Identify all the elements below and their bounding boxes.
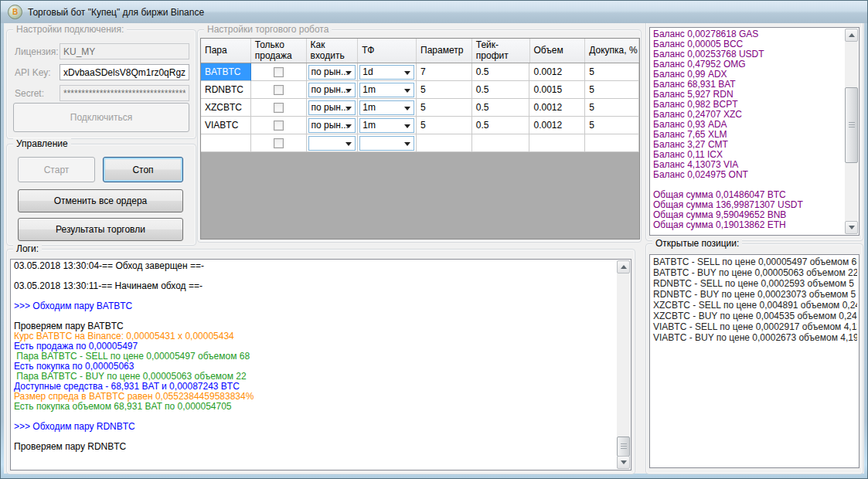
rebuy-cell[interactable]: 5 <box>585 117 639 134</box>
pair-cell[interactable]: VIABTC <box>201 117 251 134</box>
secret-input[interactable] <box>60 85 189 101</box>
scroll-down-button[interactable] <box>845 221 858 234</box>
log-scrollbar[interactable] <box>617 260 630 469</box>
pair-cell[interactable]: XZCBTC <box>201 99 251 117</box>
pair-cell[interactable] <box>201 134 251 152</box>
text-line: >>> Обходим пару BATBTC <box>11 301 617 311</box>
volume-cell[interactable]: 0.0012 <box>529 117 585 134</box>
scroll-down-button[interactable] <box>617 456 630 469</box>
balances-scrollbar[interactable] <box>845 29 858 234</box>
positions-lines: BATBTC - SELL по цене 0,00005497 объемом… <box>650 256 857 467</box>
stop-button[interactable]: Стоп <box>103 157 183 182</box>
column-header[interactable]: Тейк-профит <box>472 39 530 63</box>
sell-only-cell[interactable] <box>251 134 307 152</box>
text-line: RDNBTC - BUY по цене 0,00023073 объемом … <box>650 289 857 300</box>
log-textbox[interactable]: 03.05.2018 13:30:04-== Обход заверщен ==… <box>10 259 631 471</box>
pairs-table: ПараТолько продажаКак входитьТФПараметрТ… <box>200 38 640 240</box>
entry-combo[interactable] <box>308 136 356 151</box>
entry-combo[interactable]: по рын... <box>308 83 356 97</box>
text-line: 03.05.2018 13:30:11-== Начинаем обход ==… <box>11 281 617 291</box>
title-bar[interactable]: B Торговый бот "Купец" для биржи Binance <box>1 1 867 23</box>
start-button[interactable]: Старт <box>18 157 95 182</box>
balances-group: Балансы: Баланс 0,00278618 GASБаланс 0,0… <box>645 17 863 241</box>
rebuy-cell[interactable]: 5 <box>585 63 639 81</box>
volume-cell[interactable] <box>529 134 585 152</box>
volume-cell[interactable]: 0.0015 <box>529 81 585 99</box>
license-input[interactable] <box>60 43 189 59</box>
column-header[interactable]: Докупка, % <box>585 39 639 63</box>
arrow-down-icon <box>621 460 627 467</box>
column-header[interactable]: Объем <box>530 39 586 63</box>
connect-button[interactable]: Подключиться <box>13 103 189 132</box>
param-cell[interactable] <box>417 134 472 152</box>
control-group-label: Управление <box>13 138 71 149</box>
sell-only-cell[interactable] <box>251 63 307 81</box>
param-cell[interactable]: 5 <box>417 99 472 117</box>
license-label: Лицензия: <box>15 46 59 57</box>
combo-value: 1m <box>363 120 376 131</box>
combo-cell <box>307 134 359 152</box>
text-line: VIABTC - BUY по цене 0,0002673 объемом 4… <box>650 332 857 343</box>
take-profit-cell[interactable]: 0.5 <box>472 99 530 117</box>
sell-only-checkbox[interactable] <box>274 67 284 77</box>
tf-combo[interactable]: 1m <box>359 118 414 133</box>
tf-combo[interactable]: 1d <box>359 65 414 80</box>
take-profit-cell[interactable]: 0.5 <box>472 81 530 99</box>
cancel-all-orders-button[interactable]: Отменить все ордера <box>18 189 183 212</box>
take-profit-cell[interactable]: 0.5 <box>472 63 530 81</box>
sell-only-cell[interactable] <box>251 117 307 134</box>
scroll-up-button[interactable] <box>617 260 630 273</box>
scroll-up-button[interactable] <box>845 29 858 42</box>
rebuy-cell[interactable]: 5 <box>585 81 639 99</box>
pairs-table-body: BATBTCпо рын...1d70.50.00125RDNBTCпо рын… <box>201 63 639 152</box>
take-profit-cell[interactable]: 0.5 <box>472 117 530 134</box>
log-scrollbar-thumb[interactable] <box>617 437 630 457</box>
text-line: BATBTC - BUY по цене 0,00005063 объемом … <box>650 267 857 278</box>
volume-cell[interactable]: 0.0012 <box>529 99 585 117</box>
volume-cell[interactable]: 0.0012 <box>529 63 585 81</box>
entry-combo[interactable]: по рын... <box>308 118 356 133</box>
sell-only-checkbox[interactable] <box>274 103 284 113</box>
sell-only-cell[interactable] <box>251 99 307 117</box>
chevron-down-icon <box>345 107 352 110</box>
text-line: Общая сумма 0,19013862 ETH <box>650 220 845 230</box>
column-header[interactable]: Параметр <box>417 39 472 63</box>
sell-only-checkbox[interactable] <box>274 121 284 131</box>
text-line: 03.05.2018 13:30:04-== Обход заверщен ==… <box>11 261 617 271</box>
sell-only-cell[interactable] <box>251 81 307 99</box>
param-cell[interactable]: 5 <box>417 81 472 99</box>
tf-combo[interactable] <box>359 136 414 151</box>
rebuy-cell[interactable]: 5 <box>585 99 639 117</box>
column-header[interactable]: Пара <box>201 39 251 63</box>
param-cell[interactable]: 5 <box>417 117 472 134</box>
entry-combo[interactable]: по рын... <box>308 100 356 115</box>
sell-only-checkbox[interactable] <box>274 85 284 95</box>
param-cell[interactable]: 7 <box>417 63 472 81</box>
positions-group-label: Открытые позиции: <box>652 238 742 249</box>
positions-textbox[interactable]: BATBTC - SELL по цене 0,00005497 объемом… <box>649 254 859 468</box>
sell-only-checkbox[interactable] <box>274 138 284 148</box>
rebuy-cell[interactable] <box>585 134 639 152</box>
pair-cell[interactable]: RDNBTC <box>201 81 251 99</box>
table-row: BATBTCпо рын...1d70.50.00125 <box>201 63 639 81</box>
trade-results-button[interactable]: Результаты торговли <box>18 218 183 241</box>
column-header[interactable]: Как входить <box>307 39 359 63</box>
column-header[interactable]: ТФ <box>358 39 417 63</box>
balances-textbox[interactable]: Баланс 0,00278618 GASБаланс 0,00005 BCCБ… <box>649 27 859 236</box>
take-profit-cell[interactable] <box>472 134 530 152</box>
chevron-down-icon <box>345 71 352 75</box>
text-line: XZCBTC - SELL по цене 0,004891 объемом 0… <box>650 300 857 311</box>
combo-value: 1m <box>363 102 376 113</box>
text-line: Баланс 0,024975 ONT <box>650 170 845 180</box>
combo-cell: по рын... <box>307 81 359 99</box>
combo-value: 1m <box>363 84 376 95</box>
secret-label: Secret: <box>15 88 44 99</box>
tf-combo[interactable]: 1m <box>359 83 414 97</box>
balances-scrollbar-thumb[interactable] <box>845 87 858 163</box>
column-header[interactable]: Только продажа <box>251 39 307 63</box>
pair-cell[interactable]: BATBTC <box>201 63 251 81</box>
text-line: Проверяем пару RDNBTC <box>11 442 617 452</box>
entry-combo[interactable]: по рын... <box>308 65 356 80</box>
tf-combo[interactable]: 1m <box>359 100 414 115</box>
api-key-input[interactable] <box>60 64 189 80</box>
